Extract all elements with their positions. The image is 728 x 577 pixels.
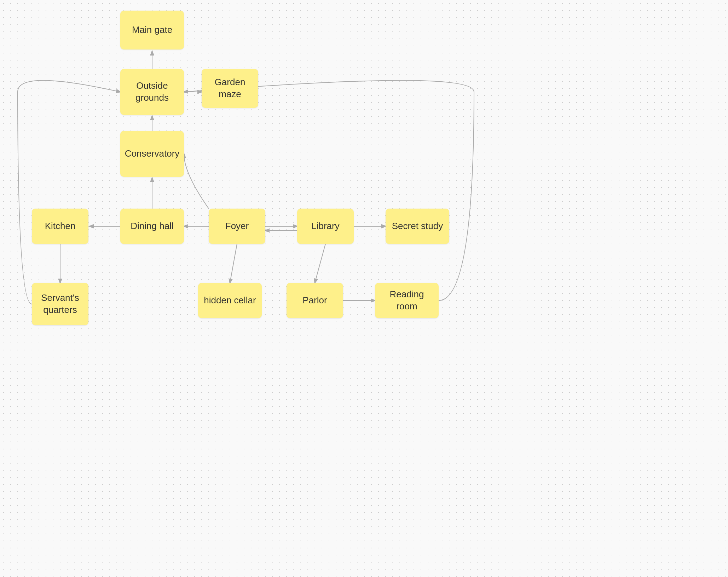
reading-room-node: Reading room [375,283,439,318]
outside-grounds-node: Outside grounds [120,69,184,115]
library-node: Library [297,209,354,244]
garden-maze-node: Garden maze [202,69,258,108]
conservatory-node: Conservatory [120,131,184,177]
hidden-cellar-node: hidden cellar [198,283,262,318]
secret-study-node: Secret study [386,209,449,244]
foyer-node: Foyer [209,209,265,244]
svg-line-10 [230,244,237,283]
svg-line-11 [315,244,325,283]
parlor-node: Parlor [287,283,343,318]
kitchen-node: Kitchen [32,209,88,244]
dining-hall-node: Dining hall [120,209,184,244]
servants-quarters-node: Servant's quarters [32,283,88,325]
main-gate-node: Main gate [120,11,184,49]
